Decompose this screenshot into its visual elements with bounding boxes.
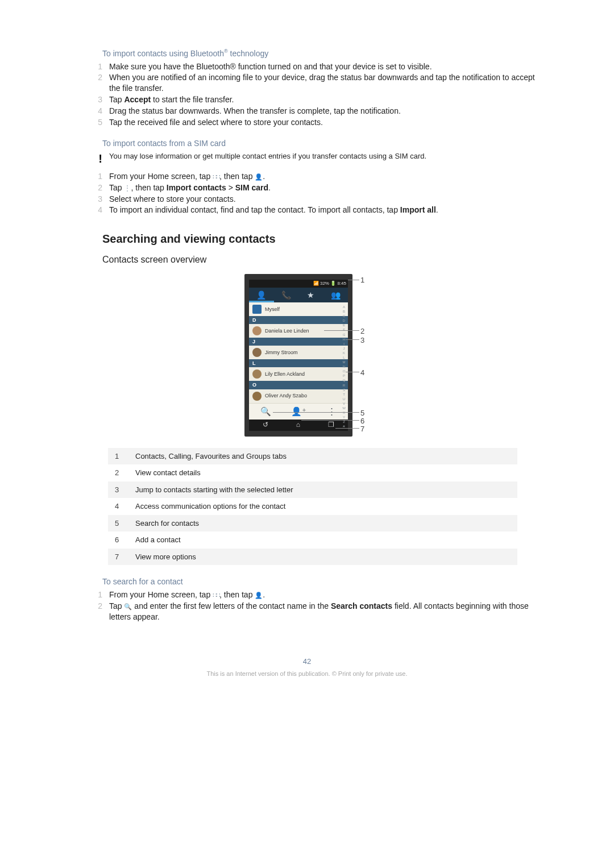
page-subheading: Contacts screen overview: [102, 254, 546, 266]
callout-2: 2: [360, 326, 364, 337]
legend-num: 6: [115, 535, 135, 545]
legend-num: 2: [115, 468, 135, 478]
callout-7: 7: [360, 424, 364, 434]
step-num: 3: [86, 94, 102, 105]
manual-page: To import contacts using Bluetooth® tech…: [0, 0, 614, 868]
avatar: [252, 369, 262, 379]
legend-text: Contacts, Calling, Favourites and Groups…: [135, 451, 287, 462]
avatar: [252, 392, 262, 401]
avatar: [252, 348, 262, 357]
t: .: [263, 590, 265, 599]
legend-text: Search for contacts: [135, 518, 199, 529]
system-nav-bar: ↺ ⌂ ❐: [249, 420, 348, 431]
contacts-screen-figure: 📶 32% 🔋 8:45 👤 📞 ★ 👥 Myself D Daniela Le…: [68, 274, 546, 437]
step-text: Tap Accept to start the file transfer.: [109, 94, 546, 105]
footer-text: This is an Internet version of this publ…: [68, 670, 546, 678]
step-text: From your Home screen, tap , then tap .: [109, 171, 546, 182]
ordered-list-bluetooth: 1Make sure you have the Bluetooth® funct…: [68, 61, 546, 128]
warning-icon: !: [86, 151, 102, 167]
t: to start the file transfer.: [151, 95, 234, 104]
t: Tap: [109, 601, 124, 610]
step-num: 3: [86, 194, 102, 205]
step-num: 1: [86, 171, 102, 182]
add-contact-icon[interactable]: 👤⁺: [282, 404, 315, 420]
import-contacts-label: Import contacts: [167, 183, 226, 192]
letter-separator: D: [249, 316, 348, 324]
letter-separator: O: [249, 381, 348, 389]
contact-row[interactable]: Oliver Andy Szabo: [249, 389, 348, 403]
step-text: Tap the received file and select where t…: [109, 117, 546, 128]
step-num: 2: [86, 601, 102, 622]
status-text: 📶 32% 🔋 8:45: [313, 281, 346, 287]
step-text: To import an individual contact, find an…: [109, 205, 546, 215]
alphabet-scroll[interactable]: ABCDEFGHIJKLMNOPQRSTUVWXYZ#: [341, 305, 347, 402]
step-num: 2: [86, 72, 102, 94]
section-heading-search: To search for a contact: [102, 576, 546, 587]
ordered-list-search: 1 From your Home screen, tap , then tap …: [68, 589, 546, 622]
step-text: Make sure you have the Bluetooth® functi…: [109, 61, 546, 72]
callout-3: 3: [360, 335, 364, 346]
search-icon: [124, 602, 132, 611]
contact-row[interactable]: Daniela Lee Linden: [249, 324, 348, 338]
page-number: 42: [68, 657, 546, 667]
back-icon[interactable]: ↺: [263, 420, 268, 429]
myself-row[interactable]: Myself: [249, 302, 348, 316]
t: .: [263, 172, 265, 181]
tab-groups[interactable]: 👥: [323, 288, 349, 302]
tab-favourites[interactable]: ★: [298, 288, 323, 302]
t: , then tap: [219, 590, 255, 599]
tab-contacts[interactable]: 👤: [249, 288, 274, 302]
t: and enter the first few letters of the c…: [132, 601, 330, 610]
recent-icon[interactable]: ❐: [328, 420, 334, 429]
legend-num: 3: [115, 485, 135, 495]
legend-num: 7: [115, 552, 135, 562]
reg-mark: ®: [224, 48, 228, 54]
step-num: 4: [86, 106, 102, 117]
apps-grid-icon: [213, 172, 219, 181]
legend-text: Access communication options for the con…: [135, 501, 285, 512]
step-text: Drag the status bar downwards. When the …: [109, 106, 546, 117]
t: , then tap: [219, 172, 255, 181]
contacts-icon: [255, 172, 263, 181]
avatar: [252, 326, 262, 335]
search-icon[interactable]: 🔍: [249, 404, 282, 420]
heading-text-a: To import contacts using Bluetooth: [102, 49, 224, 58]
t: .: [268, 183, 271, 192]
step-num: 1: [86, 589, 102, 600]
section-heading-sim: To import contacts from a SIM card: [102, 138, 546, 149]
contact-name: Jimmy Stroom: [265, 349, 298, 356]
contact-name: Daniela Lee Linden: [265, 327, 309, 334]
tabs-bar: 👤 📞 ★ 👥: [249, 288, 348, 302]
legend-num: 4: [115, 501, 135, 512]
callout-4: 4: [360, 368, 364, 378]
step-text: Tap , then tap Import contacts > SIM car…: [109, 182, 546, 193]
import-all-label: Import all: [400, 205, 436, 214]
t: Tap: [109, 95, 124, 104]
contact-row[interactable]: Jimmy Stroom: [249, 346, 348, 359]
step-text: Tap and enter the first few letters of t…: [109, 601, 546, 622]
ordered-list-sim: 1 From your Home screen, tap , then tap …: [68, 171, 546, 216]
step-num: 4: [86, 205, 102, 215]
step-text: Select where to store your contacts.: [109, 194, 546, 205]
legend-num: 5: [115, 518, 135, 529]
section-heading-bluetooth: To import contacts using Bluetooth® tech…: [102, 48, 546, 59]
page-heading: Searching and viewing contacts: [102, 231, 546, 247]
step-num: 1: [86, 61, 102, 72]
contact-name: Oliver Andy Szabo: [265, 392, 307, 399]
legend-text: View contact details: [135, 468, 201, 478]
warning-row: ! You may lose information or get multip…: [68, 151, 546, 167]
legend-num: 1: [115, 451, 135, 462]
step-text: When you are notified of an incoming fil…: [109, 72, 546, 94]
contacts-icon: [255, 591, 263, 600]
t: , then tap: [131, 183, 166, 192]
sim-card-label: SIM card: [235, 183, 268, 192]
search-contacts-label: Search contacts: [331, 601, 392, 610]
home-icon[interactable]: ⌂: [296, 420, 300, 429]
status-bar: 📶 32% 🔋 8:45: [249, 280, 348, 288]
legend-text: Add a contact: [135, 535, 181, 545]
contact-row[interactable]: Lily Ellen Ackland: [249, 367, 348, 381]
t: .: [436, 205, 438, 214]
tab-calling[interactable]: 📞: [274, 288, 299, 302]
myself-label: Myself: [265, 306, 280, 313]
heading-text-b: technology: [228, 49, 269, 58]
